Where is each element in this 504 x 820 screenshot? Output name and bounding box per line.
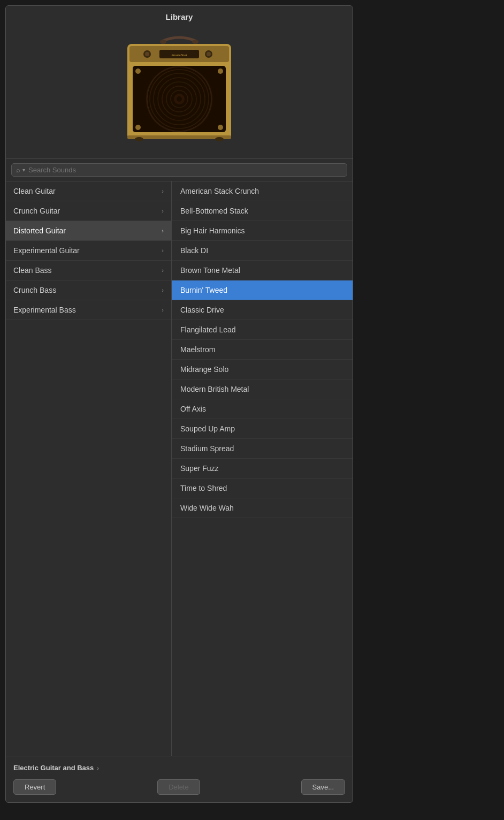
category-item-crunch-bass[interactable]: Crunch Bass› xyxy=(6,280,171,300)
preset-label: Flangilated Lead xyxy=(180,325,236,334)
preset-label: Burnin' Tweed xyxy=(180,286,227,294)
search-wrapper[interactable]: ⌕ ▾ xyxy=(11,163,347,177)
category-label: Experimental Guitar xyxy=(13,246,80,255)
category-item-distorted-guitar[interactable]: Distorted Guitar› xyxy=(6,221,171,241)
preset-label: Stadium Spread xyxy=(180,444,234,453)
preset-item-brown-tone-metal[interactable]: Brown Tone Metal xyxy=(172,261,353,280)
category-item-clean-bass[interactable]: Clean Bass› xyxy=(6,261,171,280)
preset-item-time-to-shred[interactable]: Time to Shred xyxy=(172,479,353,498)
category-item-experimental-guitar[interactable]: Experimental Guitar› xyxy=(6,241,171,261)
svg-point-1 xyxy=(192,40,198,44)
preset-label: American Stack Crunch xyxy=(180,187,259,195)
svg-point-28 xyxy=(215,137,224,141)
preset-label: Super Fuzz xyxy=(180,464,219,473)
preset-item-black-di[interactable]: Black DI xyxy=(172,241,353,261)
category-label: Crunch Bass xyxy=(13,286,56,294)
category-chevron-icon: › xyxy=(162,287,164,293)
delete-button[interactable]: Delete xyxy=(157,779,200,795)
preset-item-stadium-spread[interactable]: Stadium Spread xyxy=(172,439,353,459)
presets-list: American Stack CrunchBell-Bottomed Stack… xyxy=(172,181,353,756)
preset-label: Souped Up Amp xyxy=(180,424,235,433)
preset-label: Off Axis xyxy=(180,405,206,413)
breadcrumb[interactable]: Electric Guitar and Bass › xyxy=(13,761,345,775)
category-chevron-icon: › xyxy=(162,227,164,234)
preset-label: Bell-Bottomed Stack xyxy=(180,207,248,215)
category-chevron-icon: › xyxy=(162,208,164,214)
preset-label: Brown Tone Metal xyxy=(180,266,240,275)
preset-item-souped-up-amp[interactable]: Souped Up Amp xyxy=(172,419,353,439)
category-label: Clean Guitar xyxy=(13,187,56,195)
preset-item-wide-wide-wah[interactable]: Wide Wide Wah xyxy=(172,498,353,518)
preset-item-burnin-tweed[interactable]: Burnin' Tweed xyxy=(172,280,353,300)
revert-button[interactable]: Revert xyxy=(13,779,56,795)
amp-image-area: SmartBeat xyxy=(6,26,353,158)
search-icon: ⌕ xyxy=(16,166,20,174)
preset-label: Black DI xyxy=(180,246,208,255)
preset-item-bell-bottomed-stack[interactable]: Bell-Bottomed Stack xyxy=(172,201,353,221)
category-label: Crunch Guitar xyxy=(13,207,60,215)
svg-point-10 xyxy=(207,52,211,56)
preset-item-modern-british-metal[interactable]: Modern British Metal xyxy=(172,379,353,399)
list-area: Clean Guitar›Crunch Guitar›Distorted Gui… xyxy=(6,181,353,756)
preset-item-flangilated-lead[interactable]: Flangilated Lead xyxy=(172,320,353,340)
svg-point-23 xyxy=(218,69,223,74)
preset-item-off-axis[interactable]: Off Axis xyxy=(172,399,353,419)
svg-text:SmartBeat: SmartBeat xyxy=(171,53,188,57)
preset-label: Big Hair Harmonics xyxy=(180,226,245,235)
preset-label: Classic Drive xyxy=(180,306,224,314)
amp-image: SmartBeat xyxy=(118,31,241,149)
preset-label: Wide Wide Wah xyxy=(180,504,234,512)
footer-area: Electric Guitar and Bass › Revert Delete… xyxy=(6,756,353,802)
svg-point-27 xyxy=(135,137,143,141)
search-input[interactable] xyxy=(28,166,342,174)
category-label: Experimental Bass xyxy=(13,306,76,314)
search-bar-area: ⌕ ▾ xyxy=(6,158,353,181)
search-dropdown-icon[interactable]: ▾ xyxy=(22,167,25,173)
preset-label: Time to Shred xyxy=(180,484,227,492)
preset-label: Modern British Metal xyxy=(180,385,249,393)
category-chevron-icon: › xyxy=(162,188,164,194)
category-item-clean-guitar[interactable]: Clean Guitar› xyxy=(6,181,171,201)
preset-label: Maelstrom xyxy=(180,345,215,354)
category-item-experimental-bass[interactable]: Experimental Bass› xyxy=(6,300,171,320)
category-label: Distorted Guitar xyxy=(13,226,66,235)
svg-point-25 xyxy=(218,125,223,130)
preset-item-super-fuzz[interactable]: Super Fuzz xyxy=(172,459,353,479)
preset-label: Midrange Solo xyxy=(180,365,228,374)
breadcrumb-chevron-icon: › xyxy=(97,765,99,771)
panel-title: Library xyxy=(6,6,353,26)
category-label: Clean Bass xyxy=(13,266,52,275)
svg-point-21 xyxy=(177,96,182,102)
library-panel: Library SmartBeat xyxy=(5,5,353,803)
category-chevron-icon: › xyxy=(162,247,164,254)
svg-point-8 xyxy=(145,52,149,56)
svg-point-24 xyxy=(135,125,141,130)
button-row: Revert Delete Save... xyxy=(13,775,345,800)
category-list: Clean Guitar›Crunch Guitar›Distorted Gui… xyxy=(6,181,172,756)
preset-item-maelstrom[interactable]: Maelstrom xyxy=(172,340,353,360)
category-chevron-icon: › xyxy=(162,307,164,313)
preset-item-classic-drive[interactable]: Classic Drive xyxy=(172,300,353,320)
breadcrumb-label: Electric Guitar and Bass xyxy=(13,764,94,772)
preset-item-american-stack-crunch[interactable]: American Stack Crunch xyxy=(172,181,353,201)
save-button[interactable]: Save... xyxy=(301,779,345,795)
svg-point-22 xyxy=(135,69,141,74)
category-item-crunch-guitar[interactable]: Crunch Guitar› xyxy=(6,201,171,221)
preset-item-big-hair-harmonics[interactable]: Big Hair Harmonics xyxy=(172,221,353,241)
svg-point-0 xyxy=(160,40,166,44)
preset-item-midrange-solo[interactable]: Midrange Solo xyxy=(172,360,353,379)
category-chevron-icon: › xyxy=(162,267,164,274)
